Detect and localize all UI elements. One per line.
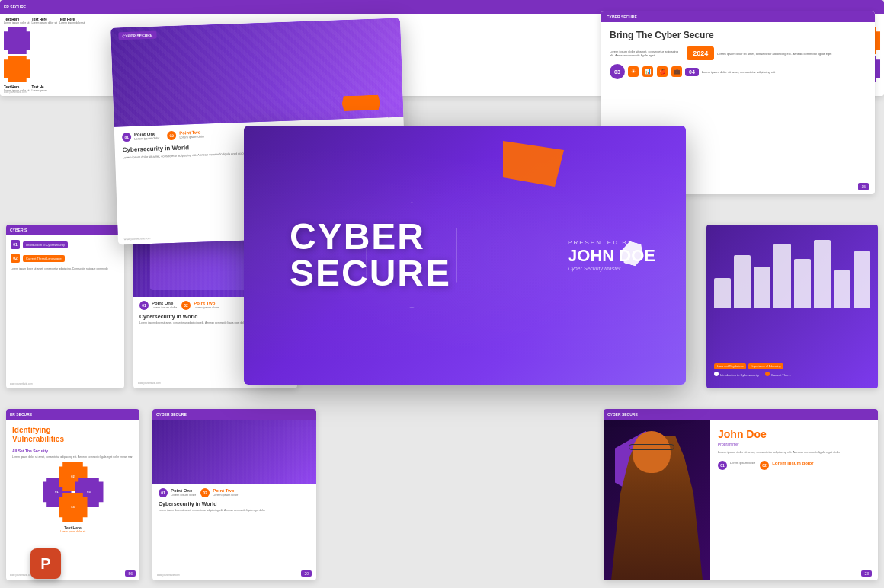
hero-presented-by: PRESENTED BY (568, 239, 655, 246)
featured-point-1: 01 Point One Lorem ipsum dolor (122, 132, 160, 142)
slide-3-num03: 03 (610, 64, 625, 79)
bottom-3-name: John Doe (718, 429, 870, 440)
chart-area (706, 225, 878, 331)
puzzle-piece-02: 02 (4, 56, 30, 82)
bottom-3-badge: CYBER SECURE (607, 412, 638, 417)
slide-1-website: www.yourwebsite.com (4, 91, 27, 94)
slide-bottom-3[interactable]: CYBER SECURE John Doe Programmer Lorem i… (604, 409, 878, 580)
slide-3-icon-briefcase: 💼 (671, 66, 682, 77)
slide-1-item-2: Text Here Lorem ipsum dolor sit (31, 18, 56, 24)
hero-presenter-title: Cyber Security Master (568, 266, 655, 271)
slide-3-headline: Bring The Cyber Secure (610, 30, 866, 40)
featured-badge: CYBER SECURE (118, 31, 156, 40)
bottom-1-text-here-desc: Lorem ipsum dolor sit (12, 530, 133, 533)
bottom-3-header: CYBER SECURE (604, 409, 878, 420)
featured-top: CYBER SECURE (110, 18, 403, 126)
mid-center-website: www.yourwebsite.com (138, 382, 161, 385)
bottom-3-desc: Lorem ipsum dolor sit amet, consectetur … (718, 450, 870, 455)
bottom-1-page-num: 56 (125, 570, 136, 577)
person-glasses (629, 444, 674, 450)
slide-1-item-1: Text Here Lorem ipsum dolor sit (4, 18, 29, 24)
bottom-2-image (152, 420, 316, 484)
bottom-1-puzzle: 01 02 03 04 (43, 462, 104, 523)
bottom-3-photo (604, 420, 710, 580)
slide-3-icon-sun: ☀ (628, 66, 639, 77)
chart-bar (854, 251, 870, 308)
left-mid-item-2: 02 Current Threat Landscape (11, 254, 120, 263)
puzzle-p4: 04 (59, 493, 88, 522)
slide-3-year-desc: Lorem ipsum dolor sit amet, consectetur … (717, 52, 866, 56)
bottom-1-badge: ER SECURE (10, 412, 32, 417)
bottom-2-body: Lorem ipsum dolor sit amet, consectetur … (152, 509, 316, 513)
slide-3-row-desc: Lorem ipsum dolor sit amet, consectetur … (702, 70, 775, 74)
slide-right-mid[interactable]: Laws and Regulations Importance of Educa… (706, 225, 878, 388)
powerpoint-icon[interactable]: P (30, 548, 61, 579)
bottom-2-website: www.yourwebsite.com (157, 574, 180, 577)
bottom-1-header: ER SECURE (6, 409, 139, 420)
hero-background: CYBER SECURE PRESENTED BY JOHN DOE Cyber… (244, 126, 686, 385)
bottom-2-badge: CYBER SECURE (156, 412, 187, 417)
chart-bar (814, 240, 831, 308)
slide-bottom-2[interactable]: CYBER SECURE 01 Point One Lorem ipsum do… (152, 409, 316, 580)
slide-3-icon-apple: 🍎 (657, 66, 668, 77)
bottom-3-role: Programmer (718, 442, 870, 446)
slide-3-icon-chart: 📊 (642, 66, 653, 77)
slide-3-header: CYBER SECURE (601, 11, 875, 22)
hero-cyber-text: CYBER SECURE (290, 219, 451, 292)
slide-3-page-num: 15 (858, 183, 869, 190)
ppt-letter: P (40, 555, 50, 573)
bottom-3-info: John Doe Programmer Lorem ipsum dolor si… (710, 420, 878, 580)
hero-presenter-name: JOHN DOE (568, 248, 655, 264)
chart-bar (834, 270, 850, 308)
left-mid-website: www.yourwebsite.com (10, 382, 33, 385)
slide-left-mid[interactable]: CYBER S 01 Introduction to Cybersecurity… (6, 225, 124, 388)
chart-bar (774, 244, 790, 308)
bottom-2-header: CYBER SECURE (152, 409, 316, 420)
slide-3-badge: CYBER SECURE (607, 14, 637, 19)
slide-hero[interactable]: CYBER SECURE PRESENTED BY JOHN DOE Cyber… (244, 126, 686, 385)
bottom-2-point-2: 02 Point Two Lorem ipsum dolor (200, 488, 238, 497)
chart-bar (734, 255, 751, 308)
bottom-1-title: Identifying Vulnerabilities (12, 426, 133, 444)
slide-bottom-1[interactable]: ER SECURE Identifying Vulnerabilities Al… (6, 409, 139, 580)
slide-1-item-5: Text He Lorem ipsum (31, 85, 46, 92)
mid-center-point-2: 02 Point Two Lorem ipsum dolor (181, 301, 219, 310)
legend-dot-1 (714, 372, 719, 376)
label-row: Laws and Regulations Importance of Educa… (714, 363, 870, 369)
bottom-2-point-1: 01 Point One Lorem ipsum dolor (159, 488, 196, 497)
bottom-3-point-1: 01 Lorem ipsum dolor (718, 461, 755, 470)
mid-center-point-1: 01 Point One Lorem ipsum dolor (139, 301, 177, 310)
bottom-2-section-title: Cybersecurity in World (152, 501, 316, 509)
left-mid-badge: CYBER S (10, 228, 27, 232)
hero-presenter: PRESENTED BY JOHN DOE Cyber Security Mas… (568, 239, 655, 271)
legend-dot-2 (765, 372, 770, 376)
featured-point-2: 02 Point Two Lorem ipsum dolor (167, 130, 205, 141)
bottom-3-point-2: 02 Lorem ipsum dolor (760, 461, 813, 470)
left-mid-item-1: 01 Introduction to Cybersecurity (11, 240, 120, 249)
bottom-1-desc: Lorem ipsum dolor sit amet, consectetur … (12, 455, 133, 459)
chart-bar (714, 278, 731, 308)
chart-bar (754, 267, 770, 308)
person-face (633, 431, 671, 473)
bottom-1-website: www.yourwebsite.com (10, 574, 33, 577)
slide-3-year: 2024 (687, 46, 714, 60)
left-mid-body: Lorem ipsum dolor sit amet, consectetur … (11, 267, 120, 271)
label-tag-2: Importance of Educating (748, 363, 783, 369)
slide-1-badge: ER SECURE (4, 5, 26, 9)
slide-3-info: Lorem ipsum dolor sit amet, consectetur … (610, 50, 684, 57)
puzzle-piece-01: 01 (4, 27, 30, 54)
left-mid-header: CYBER S (6, 225, 124, 235)
bottom-3-page-num: 23 (861, 570, 872, 577)
chart-bar (794, 259, 811, 308)
hero-title: CYBER SECURE (290, 219, 451, 292)
chart-legend: Introduction to Cybersecurity Current Th… (714, 372, 870, 377)
slide-1-item-3: Text Here Lorem ipsum dolor sit (59, 18, 85, 24)
bottom-1-subtitle: All Set The Security (12, 449, 133, 453)
featured-orange-shape (341, 94, 380, 111)
bottom-2-page-num: 20 (301, 570, 312, 577)
slide-3-num04: 04 (685, 68, 699, 76)
label-tag-1: Laws and Regulations (714, 363, 746, 369)
